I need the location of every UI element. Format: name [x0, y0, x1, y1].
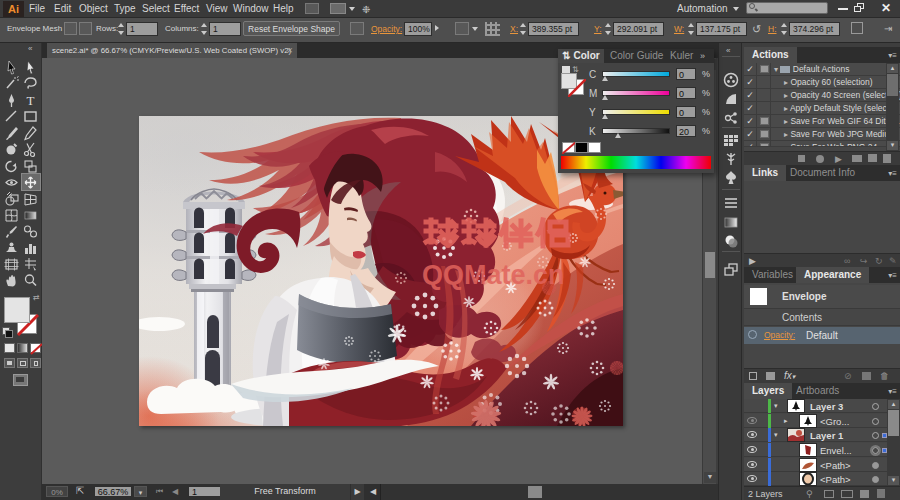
svg-text:QQMate.cn: QQMate.cn: [422, 260, 565, 290]
svg-text:T: T: [27, 93, 35, 108]
